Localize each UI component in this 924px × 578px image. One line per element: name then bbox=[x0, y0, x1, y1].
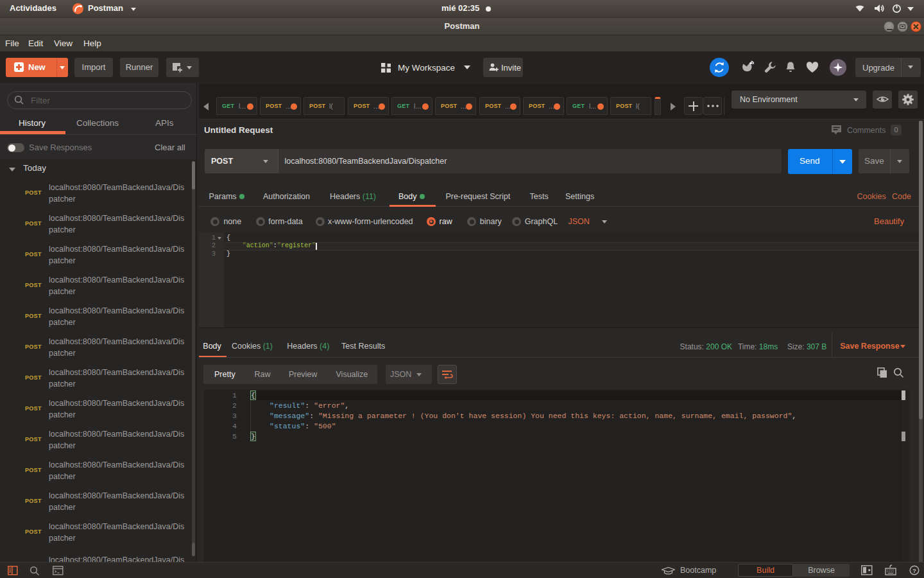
svg-text:?: ? bbox=[912, 567, 916, 574]
